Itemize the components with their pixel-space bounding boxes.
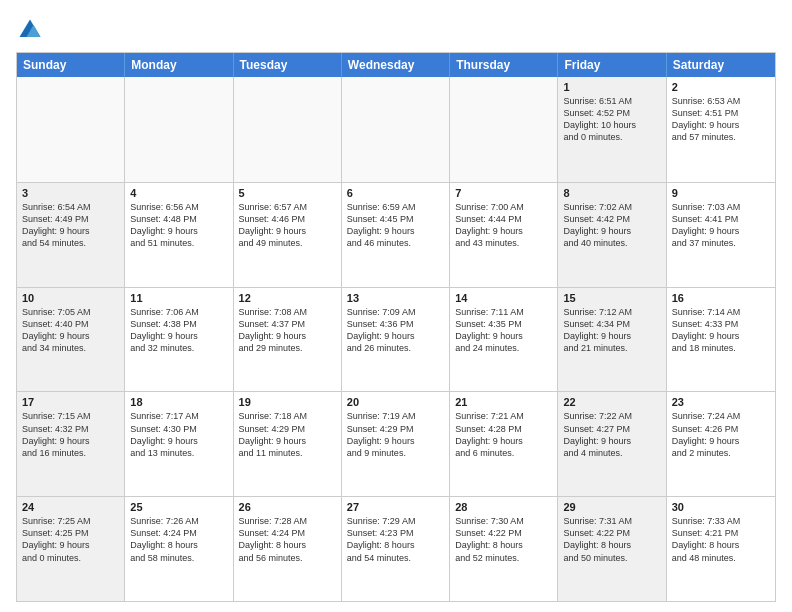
day-cell-9: 9Sunrise: 7:03 AM Sunset: 4:41 PM Daylig… <box>667 183 775 287</box>
calendar-row-0: 1Sunrise: 6:51 AM Sunset: 4:52 PM Daylig… <box>17 77 775 182</box>
day-number: 14 <box>455 292 552 304</box>
day-detail: Sunrise: 7:19 AM Sunset: 4:29 PM Dayligh… <box>347 410 444 459</box>
day-number: 16 <box>672 292 770 304</box>
day-cell-29: 29Sunrise: 7:31 AM Sunset: 4:22 PM Dayli… <box>558 497 666 601</box>
day-detail: Sunrise: 7:02 AM Sunset: 4:42 PM Dayligh… <box>563 201 660 250</box>
day-cell-14: 14Sunrise: 7:11 AM Sunset: 4:35 PM Dayli… <box>450 288 558 392</box>
calendar-row-2: 10Sunrise: 7:05 AM Sunset: 4:40 PM Dayli… <box>17 287 775 392</box>
day-number: 4 <box>130 187 227 199</box>
day-detail: Sunrise: 6:56 AM Sunset: 4:48 PM Dayligh… <box>130 201 227 250</box>
day-detail: Sunrise: 6:51 AM Sunset: 4:52 PM Dayligh… <box>563 95 660 144</box>
calendar-body: 1Sunrise: 6:51 AM Sunset: 4:52 PM Daylig… <box>17 77 775 601</box>
day-cell-10: 10Sunrise: 7:05 AM Sunset: 4:40 PM Dayli… <box>17 288 125 392</box>
calendar-row-1: 3Sunrise: 6:54 AM Sunset: 4:49 PM Daylig… <box>17 182 775 287</box>
calendar-row-4: 24Sunrise: 7:25 AM Sunset: 4:25 PM Dayli… <box>17 496 775 601</box>
empty-cell-0-4 <box>450 77 558 182</box>
day-cell-6: 6Sunrise: 6:59 AM Sunset: 4:45 PM Daylig… <box>342 183 450 287</box>
day-detail: Sunrise: 6:53 AM Sunset: 4:51 PM Dayligh… <box>672 95 770 144</box>
calendar-row-3: 17Sunrise: 7:15 AM Sunset: 4:32 PM Dayli… <box>17 391 775 496</box>
logo <box>16 16 48 44</box>
day-detail: Sunrise: 7:11 AM Sunset: 4:35 PM Dayligh… <box>455 306 552 355</box>
day-number: 22 <box>563 396 660 408</box>
calendar-header: SundayMondayTuesdayWednesdayThursdayFrid… <box>17 53 775 77</box>
header-day-monday: Monday <box>125 53 233 77</box>
day-number: 7 <box>455 187 552 199</box>
day-detail: Sunrise: 7:09 AM Sunset: 4:36 PM Dayligh… <box>347 306 444 355</box>
day-detail: Sunrise: 6:54 AM Sunset: 4:49 PM Dayligh… <box>22 201 119 250</box>
day-cell-5: 5Sunrise: 6:57 AM Sunset: 4:46 PM Daylig… <box>234 183 342 287</box>
day-cell-8: 8Sunrise: 7:02 AM Sunset: 4:42 PM Daylig… <box>558 183 666 287</box>
day-number: 2 <box>672 81 770 93</box>
day-detail: Sunrise: 7:00 AM Sunset: 4:44 PM Dayligh… <box>455 201 552 250</box>
day-detail: Sunrise: 7:17 AM Sunset: 4:30 PM Dayligh… <box>130 410 227 459</box>
day-detail: Sunrise: 7:15 AM Sunset: 4:32 PM Dayligh… <box>22 410 119 459</box>
day-cell-25: 25Sunrise: 7:26 AM Sunset: 4:24 PM Dayli… <box>125 497 233 601</box>
day-number: 12 <box>239 292 336 304</box>
day-number: 10 <box>22 292 119 304</box>
header-day-friday: Friday <box>558 53 666 77</box>
day-detail: Sunrise: 7:21 AM Sunset: 4:28 PM Dayligh… <box>455 410 552 459</box>
day-cell-19: 19Sunrise: 7:18 AM Sunset: 4:29 PM Dayli… <box>234 392 342 496</box>
day-number: 24 <box>22 501 119 513</box>
day-cell-18: 18Sunrise: 7:17 AM Sunset: 4:30 PM Dayli… <box>125 392 233 496</box>
header-day-saturday: Saturday <box>667 53 775 77</box>
day-number: 26 <box>239 501 336 513</box>
day-detail: Sunrise: 7:22 AM Sunset: 4:27 PM Dayligh… <box>563 410 660 459</box>
day-number: 20 <box>347 396 444 408</box>
empty-cell-0-1 <box>125 77 233 182</box>
day-cell-27: 27Sunrise: 7:29 AM Sunset: 4:23 PM Dayli… <box>342 497 450 601</box>
day-number: 19 <box>239 396 336 408</box>
day-detail: Sunrise: 7:08 AM Sunset: 4:37 PM Dayligh… <box>239 306 336 355</box>
day-detail: Sunrise: 7:30 AM Sunset: 4:22 PM Dayligh… <box>455 515 552 564</box>
day-detail: Sunrise: 7:26 AM Sunset: 4:24 PM Dayligh… <box>130 515 227 564</box>
logo-icon <box>16 16 44 44</box>
day-number: 28 <box>455 501 552 513</box>
day-detail: Sunrise: 7:18 AM Sunset: 4:29 PM Dayligh… <box>239 410 336 459</box>
day-number: 18 <box>130 396 227 408</box>
day-cell-7: 7Sunrise: 7:00 AM Sunset: 4:44 PM Daylig… <box>450 183 558 287</box>
header-day-tuesday: Tuesday <box>234 53 342 77</box>
day-detail: Sunrise: 7:28 AM Sunset: 4:24 PM Dayligh… <box>239 515 336 564</box>
day-cell-28: 28Sunrise: 7:30 AM Sunset: 4:22 PM Dayli… <box>450 497 558 601</box>
day-detail: Sunrise: 7:12 AM Sunset: 4:34 PM Dayligh… <box>563 306 660 355</box>
day-cell-15: 15Sunrise: 7:12 AM Sunset: 4:34 PM Dayli… <box>558 288 666 392</box>
day-number: 11 <box>130 292 227 304</box>
day-number: 5 <box>239 187 336 199</box>
day-number: 13 <box>347 292 444 304</box>
day-cell-22: 22Sunrise: 7:22 AM Sunset: 4:27 PM Dayli… <box>558 392 666 496</box>
empty-cell-0-2 <box>234 77 342 182</box>
day-number: 9 <box>672 187 770 199</box>
day-detail: Sunrise: 6:57 AM Sunset: 4:46 PM Dayligh… <box>239 201 336 250</box>
day-number: 3 <box>22 187 119 199</box>
day-number: 15 <box>563 292 660 304</box>
day-detail: Sunrise: 7:24 AM Sunset: 4:26 PM Dayligh… <box>672 410 770 459</box>
day-cell-3: 3Sunrise: 6:54 AM Sunset: 4:49 PM Daylig… <box>17 183 125 287</box>
day-number: 21 <box>455 396 552 408</box>
day-detail: Sunrise: 7:05 AM Sunset: 4:40 PM Dayligh… <box>22 306 119 355</box>
day-number: 23 <box>672 396 770 408</box>
day-number: 1 <box>563 81 660 93</box>
day-cell-17: 17Sunrise: 7:15 AM Sunset: 4:32 PM Dayli… <box>17 392 125 496</box>
day-cell-21: 21Sunrise: 7:21 AM Sunset: 4:28 PM Dayli… <box>450 392 558 496</box>
day-number: 17 <box>22 396 119 408</box>
day-cell-4: 4Sunrise: 6:56 AM Sunset: 4:48 PM Daylig… <box>125 183 233 287</box>
empty-cell-0-3 <box>342 77 450 182</box>
day-detail: Sunrise: 7:31 AM Sunset: 4:22 PM Dayligh… <box>563 515 660 564</box>
day-cell-12: 12Sunrise: 7:08 AM Sunset: 4:37 PM Dayli… <box>234 288 342 392</box>
day-detail: Sunrise: 7:29 AM Sunset: 4:23 PM Dayligh… <box>347 515 444 564</box>
day-cell-20: 20Sunrise: 7:19 AM Sunset: 4:29 PM Dayli… <box>342 392 450 496</box>
day-cell-11: 11Sunrise: 7:06 AM Sunset: 4:38 PM Dayli… <box>125 288 233 392</box>
day-cell-13: 13Sunrise: 7:09 AM Sunset: 4:36 PM Dayli… <box>342 288 450 392</box>
day-detail: Sunrise: 7:33 AM Sunset: 4:21 PM Dayligh… <box>672 515 770 564</box>
day-number: 8 <box>563 187 660 199</box>
day-cell-26: 26Sunrise: 7:28 AM Sunset: 4:24 PM Dayli… <box>234 497 342 601</box>
day-number: 27 <box>347 501 444 513</box>
day-cell-30: 30Sunrise: 7:33 AM Sunset: 4:21 PM Dayli… <box>667 497 775 601</box>
day-cell-16: 16Sunrise: 7:14 AM Sunset: 4:33 PM Dayli… <box>667 288 775 392</box>
day-number: 30 <box>672 501 770 513</box>
day-number: 29 <box>563 501 660 513</box>
day-cell-24: 24Sunrise: 7:25 AM Sunset: 4:25 PM Dayli… <box>17 497 125 601</box>
day-number: 25 <box>130 501 227 513</box>
day-detail: Sunrise: 7:14 AM Sunset: 4:33 PM Dayligh… <box>672 306 770 355</box>
day-cell-23: 23Sunrise: 7:24 AM Sunset: 4:26 PM Dayli… <box>667 392 775 496</box>
